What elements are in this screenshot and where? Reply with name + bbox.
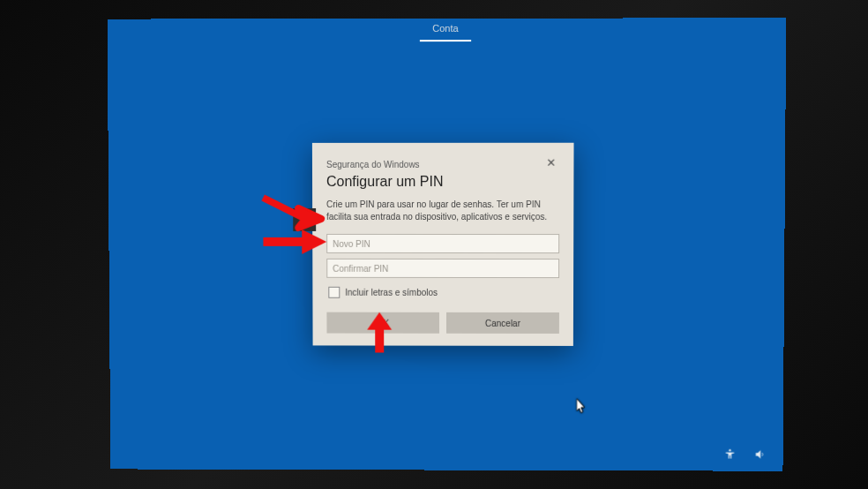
oobe-background: Conta Segurança do Windows Configurar um… — [108, 18, 787, 471]
taskbar-tray — [722, 448, 767, 464]
cancel-button[interactable]: Cancelar — [446, 312, 559, 334]
close-icon[interactable]: ✕ — [542, 155, 559, 170]
include-letters-label: Incluir letras e símbolos — [345, 288, 438, 297]
tab-bar: Conta — [108, 18, 787, 42]
accessibility-icon[interactable] — [722, 448, 737, 464]
new-pin-input[interactable] — [326, 234, 559, 253]
dialog-subtitle: Segurança do Windows — [326, 160, 420, 169]
include-letters-checkbox[interactable] — [328, 287, 340, 298]
tab-account[interactable]: Conta — [420, 19, 471, 41]
svg-point-0 — [729, 449, 730, 451]
confirm-pin-input[interactable] — [326, 259, 559, 278]
pin-setup-dialog: Segurança do Windows Configurar um PIN ✕… — [312, 143, 574, 346]
volume-icon[interactable] — [752, 448, 767, 464]
dialog-description: Crie um PIN para usar no lugar de senhas… — [326, 199, 559, 223]
dialog-title: Configurar um PIN — [326, 174, 444, 190]
security-badge-icon — [293, 208, 316, 231]
ok-button[interactable]: OK — [326, 312, 439, 334]
mouse-cursor-icon — [577, 399, 587, 415]
